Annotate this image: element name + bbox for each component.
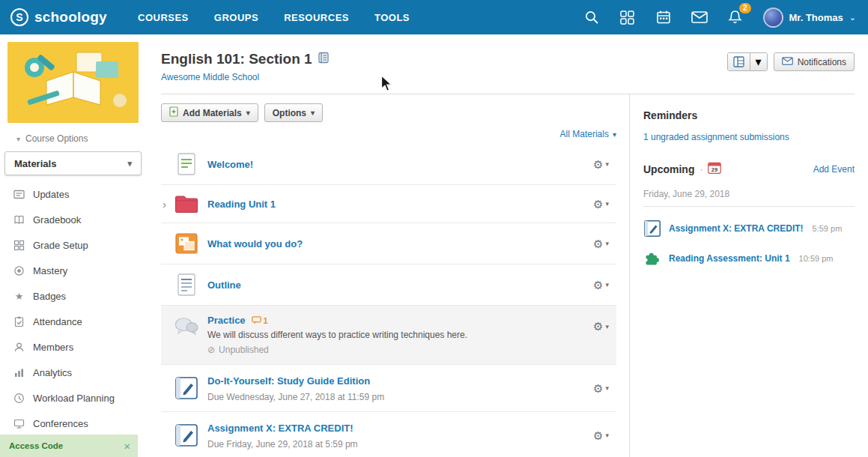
updates-icon bbox=[13, 189, 25, 200]
gear-icon: ⚙ bbox=[593, 321, 603, 332]
user-menu[interactable]: Mr. Thomas ⌄ bbox=[763, 7, 856, 28]
row-options-button[interactable]: ⚙▾ bbox=[590, 429, 612, 443]
row-options-button[interactable]: ⚙▾ bbox=[590, 381, 612, 396]
schoology-app: S schoology COURSES GROUPS RESOURCES TOO… bbox=[0, 0, 868, 457]
brand-name: schoology bbox=[34, 9, 107, 25]
material-link[interactable]: What would you do? bbox=[207, 238, 303, 249]
all-materials-filter[interactable]: All Materials ▾ bbox=[560, 129, 616, 139]
row-options-button[interactable]: ⚙▾ bbox=[590, 319, 612, 333]
upcoming-title: Upcoming bbox=[643, 163, 694, 175]
assignment-icon bbox=[174, 424, 198, 447]
main-content: English 101: Section 1 Awesome Middle Sc… bbox=[146, 34, 868, 457]
sidebar-item-attendance[interactable]: Attendance bbox=[0, 309, 146, 334]
all-materials-caret-icon: ▾ bbox=[613, 130, 616, 139]
expand-chevron-icon[interactable]: › bbox=[163, 198, 166, 211]
options-button[interactable]: Options ▾ bbox=[264, 103, 323, 122]
caret-down-icon: ▾ bbox=[605, 240, 609, 247]
notifications-button-label: Notifications bbox=[798, 57, 846, 67]
gear-icon: ⚙ bbox=[593, 430, 603, 441]
gear-icon: ⚙ bbox=[593, 383, 603, 394]
schoology-logo[interactable]: S schoology bbox=[0, 8, 127, 26]
material-link[interactable]: Do-It-Yourself: Study Guide Edition bbox=[207, 375, 370, 387]
upcoming-event: Assignment X: EXTRA CREDIT! 5:59 pm bbox=[643, 220, 855, 237]
event-link[interactable]: Assignment X: EXTRA CREDIT! bbox=[669, 223, 804, 234]
due-date: Due Friday, June 29, 2018 at 5:59 pm bbox=[207, 439, 358, 450]
material-row-unpublished: Practice 1 We will discuss different way… bbox=[161, 306, 616, 365]
materials-toolbar: Add Materials ▾ Options ▾ bbox=[161, 103, 616, 122]
sidebar-item-grade-setup[interactable]: Grade Setup bbox=[0, 232, 146, 258]
sidebar-item-label: Workload Planning bbox=[33, 393, 115, 404]
row-options-button[interactable]: ⚙▾ bbox=[590, 237, 612, 251]
material-link[interactable]: Practice bbox=[207, 315, 246, 326]
event-link[interactable]: Reading Assessment: Unit 1 bbox=[669, 253, 790, 264]
sidebar-item-workload-planning[interactable]: Workload Planning bbox=[0, 385, 146, 411]
row-options-button[interactable]: ⚙▾ bbox=[590, 278, 612, 292]
ungraded-submissions-link[interactable]: 1 ungraded assignment submissions bbox=[643, 132, 789, 142]
materials-filter-row: All Materials ▾ bbox=[161, 129, 616, 139]
sidebar-item-members[interactable]: Members bbox=[0, 334, 146, 360]
material-link[interactable]: Welcome! bbox=[207, 159, 253, 170]
page-icon bbox=[174, 273, 198, 296]
sidebar-item-label: Badges bbox=[33, 291, 66, 302]
search-icon[interactable] bbox=[583, 9, 600, 25]
sidebar-item-label: Grade Setup bbox=[33, 240, 88, 251]
material-row: Outline ⚙▾ bbox=[161, 264, 616, 306]
sidebar-item-badges[interactable]: ★ Badges bbox=[0, 283, 146, 309]
nav-resources[interactable]: RESOURCES bbox=[284, 12, 349, 23]
apps-grid-icon[interactable] bbox=[619, 9, 636, 25]
sidebar-item-gradebook[interactable]: Gradebook bbox=[0, 207, 146, 232]
course-options-toggle[interactable]: ▾ Course Options bbox=[0, 127, 146, 150]
nav-groups[interactable]: GROUPS bbox=[214, 12, 258, 23]
gear-icon: ⚙ bbox=[593, 199, 603, 210]
caret-down-icon: ▾ bbox=[605, 281, 609, 288]
notifications-bell-icon[interactable]: 2 bbox=[727, 9, 744, 25]
notification-count-badge: 2 bbox=[739, 3, 751, 13]
nav-tools[interactable]: TOOLS bbox=[374, 12, 410, 23]
course-view-toggle-button[interactable]: ▾ bbox=[727, 52, 768, 71]
sidebar-item-materials[interactable]: Materials ▾ bbox=[4, 151, 142, 175]
material-row: Welcome! ⚙▾ bbox=[161, 144, 616, 185]
comment-count: 1 bbox=[264, 316, 268, 325]
calendar-icon[interactable] bbox=[655, 9, 672, 25]
due-date: Due Wednesday, June 27, 2018 at 11:59 pm bbox=[207, 392, 384, 402]
comment-count-badge[interactable]: 1 bbox=[252, 316, 268, 325]
conferences-icon bbox=[13, 418, 25, 429]
add-event-link[interactable]: Add Event bbox=[813, 164, 855, 175]
nav-courses[interactable]: COURSES bbox=[138, 12, 189, 23]
sidebar-item-mastery[interactable]: Mastery bbox=[0, 258, 146, 283]
upcoming-date-header: Friday, June 29, 2018 bbox=[643, 189, 855, 199]
sidebar-item-analytics[interactable]: Analytics bbox=[0, 360, 146, 385]
messages-icon[interactable] bbox=[691, 9, 708, 25]
user-name: Mr. Thomas bbox=[789, 12, 843, 23]
gradebook-icon bbox=[13, 214, 25, 226]
top-navigation-bar: S schoology COURSES GROUPS RESOURCES TOO… bbox=[0, 0, 868, 34]
school-link[interactable]: Awesome Middle School bbox=[161, 72, 259, 82]
assignment-icon bbox=[174, 377, 198, 399]
upcoming-calendar-icon: 29 bbox=[708, 161, 721, 177]
material-link[interactable]: Outline bbox=[207, 279, 241, 291]
sidebar-item-conferences[interactable]: Conferences bbox=[0, 411, 146, 436]
date-divider bbox=[643, 206, 855, 207]
material-link[interactable]: Assignment X: EXTRA CREDIT! bbox=[207, 423, 353, 434]
course-options-caret-icon: ▾ bbox=[16, 135, 20, 143]
status-label: Unpublished bbox=[219, 345, 269, 355]
members-icon bbox=[13, 342, 25, 353]
sidebar-item-updates[interactable]: Updates bbox=[0, 181, 146, 207]
upcoming-header: Upcoming · 29 Add Event bbox=[643, 161, 855, 177]
sidebar-item-label: Mastery bbox=[33, 265, 67, 276]
notifications-envelope-icon bbox=[782, 57, 793, 67]
material-link[interactable]: Reading Unit 1 bbox=[207, 199, 276, 210]
notifications-button[interactable]: Notifications bbox=[774, 52, 855, 71]
upcoming-separator: · bbox=[699, 164, 702, 175]
materials-caret-icon: ▾ bbox=[127, 159, 132, 169]
material-description: We will discuss different ways to practi… bbox=[207, 330, 467, 340]
add-materials-button[interactable]: Add Materials ▾ bbox=[161, 103, 258, 122]
event-time: 5:59 pm bbox=[813, 224, 843, 233]
access-code-close-icon[interactable]: × bbox=[124, 441, 130, 452]
svg-text:29: 29 bbox=[711, 166, 717, 173]
row-options-button[interactable]: ⚙▾ bbox=[590, 157, 612, 172]
folder-icon bbox=[174, 194, 198, 214]
reminders-title: Reminders bbox=[643, 109, 855, 121]
upcoming-event: Reading Assessment: Unit 1 10:59 pm bbox=[643, 250, 855, 267]
row-options-button[interactable]: ⚙▾ bbox=[590, 197, 612, 211]
